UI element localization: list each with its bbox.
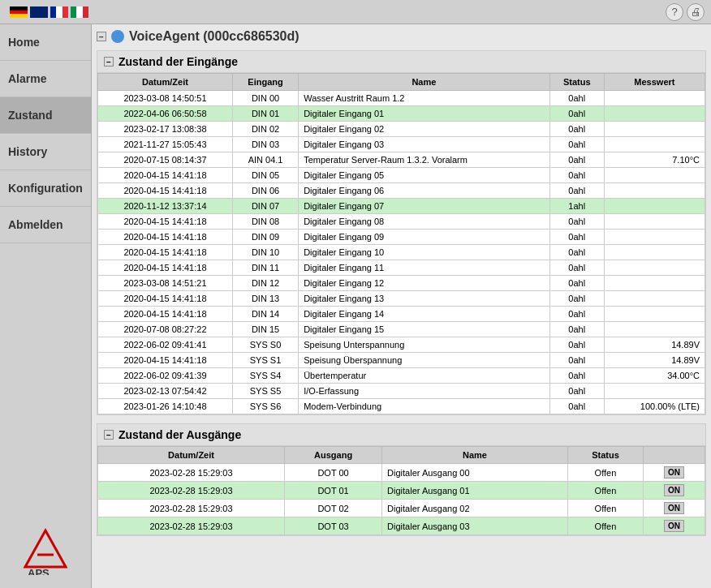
cell-status-aus: Offen bbox=[567, 517, 643, 535]
cell-messwert bbox=[604, 168, 705, 183]
cell-name-aus: Digitaler Ausgang 02 bbox=[382, 500, 568, 517]
table-row: 2022-04-06 06:50:58 DIN 01 Digitaler Ein… bbox=[98, 106, 705, 122]
cell-messwert bbox=[604, 199, 705, 214]
col-messwert: Messwert bbox=[604, 74, 705, 91]
col-name-aus: Name bbox=[382, 447, 568, 464]
flag-fr[interactable] bbox=[50, 6, 68, 18]
col-datetime: Datum/Zeit bbox=[98, 74, 233, 91]
cell-eingang: DIN 09 bbox=[232, 230, 298, 245]
cell-datetime: 2023-02-17 13:08:38 bbox=[98, 122, 233, 137]
ausgaenge-section: − Zustand der Ausgänge Datum/Zeit Ausgan… bbox=[97, 423, 706, 536]
cell-on-btn-cell: ON bbox=[644, 517, 705, 535]
on-button[interactable]: ON bbox=[664, 520, 684, 532]
print-button[interactable]: 🖨 bbox=[687, 3, 705, 21]
agent-collapse-button[interactable]: − bbox=[97, 32, 106, 41]
cell-status: 0ahl bbox=[549, 168, 604, 183]
flag-gb[interactable] bbox=[30, 6, 48, 18]
table-row: 2020-04-15 14:41:18 DIN 06 Digitaler Ein… bbox=[98, 183, 705, 199]
col-status: Status bbox=[549, 74, 604, 91]
cell-ausgang: DOT 00 bbox=[285, 464, 382, 482]
flag-it[interactable] bbox=[71, 6, 88, 18]
cell-eingang: AIN 04.1 bbox=[232, 152, 298, 168]
sidebar-item-home[interactable]: Home bbox=[0, 24, 91, 61]
table-row: 2023-02-28 15:29:03 DOT 00 Digitaler Aus… bbox=[98, 464, 705, 482]
cell-status: 0ahl bbox=[549, 122, 604, 137]
logo-area: APS bbox=[0, 513, 91, 588]
cell-name: Digitaler Eingang 11 bbox=[299, 260, 549, 276]
cell-status: 1ahl bbox=[549, 199, 604, 214]
cell-datetime-aus: 2023-02-28 15:29:03 bbox=[98, 517, 285, 535]
on-button[interactable]: ON bbox=[664, 466, 684, 479]
cell-datetime: 2020-04-15 14:41:18 bbox=[98, 183, 233, 199]
eingaenge-collapse-button[interactable]: − bbox=[104, 57, 114, 67]
cell-datetime: 2023-03-08 14:50:51 bbox=[98, 91, 233, 106]
cell-messwert bbox=[604, 183, 705, 199]
eingaenge-header: − Zustand der Eingänge bbox=[97, 51, 705, 73]
cell-status: 0ahl bbox=[549, 399, 604, 414]
cell-status: 0ahl bbox=[549, 384, 604, 399]
cell-on-btn-cell: ON bbox=[644, 500, 705, 517]
cell-messwert bbox=[604, 245, 705, 260]
table-row: 2023-02-28 15:29:03 DOT 01 Digitaler Aus… bbox=[98, 482, 705, 500]
table-row: 2023-02-17 13:08:38 DIN 02 Digitaler Ein… bbox=[98, 122, 705, 137]
cell-name: Digitaler Eingang 05 bbox=[299, 168, 549, 183]
cell-messwert bbox=[604, 276, 705, 291]
flag-de[interactable] bbox=[10, 6, 28, 18]
cell-messwert: 34.00°C bbox=[604, 368, 705, 384]
table-row: 2023-02-28 15:29:03 DOT 02 Digitaler Aus… bbox=[98, 500, 705, 517]
cell-status: 0ahl bbox=[549, 137, 604, 152]
cell-status-aus: Offen bbox=[567, 500, 643, 517]
cell-status: 0ahl bbox=[549, 91, 604, 106]
help-button[interactable]: ? bbox=[666, 3, 683, 21]
on-button[interactable]: ON bbox=[664, 484, 684, 496]
cell-messwert: 7.10°C bbox=[604, 152, 705, 168]
sidebar-item-alarme[interactable]: Alarme bbox=[0, 61, 91, 97]
col-ausgang: Ausgang bbox=[285, 447, 382, 464]
table-row: 2020-04-15 14:41:18 SYS S1 Speisung Über… bbox=[98, 353, 705, 368]
cell-status: 0ahl bbox=[549, 214, 604, 230]
cell-datetime: 2022-06-02 09:41:41 bbox=[98, 337, 233, 353]
cell-status: 0ahl bbox=[549, 307, 604, 322]
cell-eingang: DIN 15 bbox=[232, 322, 298, 337]
cell-datetime: 2022-04-06 06:50:58 bbox=[98, 106, 233, 122]
ausgaenge-collapse-button[interactable]: − bbox=[104, 430, 114, 440]
cell-status: 0ahl bbox=[549, 260, 604, 276]
cell-status: 0ahl bbox=[549, 337, 604, 353]
cell-ausgang: DOT 01 bbox=[285, 482, 382, 500]
cell-messwert bbox=[604, 91, 705, 106]
col-action bbox=[644, 447, 705, 464]
cell-eingang: DIN 14 bbox=[232, 307, 298, 322]
cell-name: Digitaler Eingang 08 bbox=[299, 214, 549, 230]
sidebar-item-zustand[interactable]: Zustand bbox=[0, 97, 91, 134]
cell-eingang: DIN 01 bbox=[232, 106, 298, 122]
table-row: 2020-07-08 08:27:22 DIN 15 Digitaler Ein… bbox=[98, 322, 705, 337]
cell-status: 0ahl bbox=[549, 368, 604, 384]
on-button[interactable]: ON bbox=[664, 502, 684, 514]
cell-datetime: 2020-04-15 14:41:18 bbox=[98, 168, 233, 183]
cell-eingang: DIN 10 bbox=[232, 245, 298, 260]
cell-datetime: 2020-04-15 14:41:18 bbox=[98, 230, 233, 245]
cell-name: Digitaler Eingang 12 bbox=[299, 276, 549, 291]
cell-name: Digitaler Eingang 10 bbox=[299, 245, 549, 260]
cell-datetime: 2023-01-26 14:10:48 bbox=[98, 399, 233, 414]
agent-title: VoiceAgent (000cc686530d) bbox=[129, 29, 299, 44]
cell-name: Speisung Überspannung bbox=[299, 353, 549, 368]
cell-datetime: 2021-11-27 15:05:43 bbox=[98, 137, 233, 152]
cell-eingang: DIN 06 bbox=[232, 183, 298, 199]
cell-datetime: 2020-04-15 14:41:18 bbox=[98, 260, 233, 276]
main-content: − VoiceAgent (000cc686530d) − Zustand de… bbox=[92, 24, 711, 588]
cell-datetime: 2023-03-08 14:51:21 bbox=[98, 276, 233, 291]
cell-messwert bbox=[604, 322, 705, 337]
eingaenge-table: Datum/Zeit Eingang Name Status Messwert … bbox=[97, 73, 705, 414]
cell-name: Digitaler Eingang 07 bbox=[299, 199, 549, 214]
cell-status-aus: Offen bbox=[567, 464, 643, 482]
cell-name: Digitaler Eingang 01 bbox=[299, 106, 549, 122]
sidebar-item-konfiguration[interactable]: Konfiguration bbox=[0, 170, 91, 207]
top-bar: ? 🖨 bbox=[0, 0, 711, 24]
sidebar-item-abmelden[interactable]: Abmelden bbox=[0, 207, 91, 243]
cell-datetime: 2022-06-02 09:41:39 bbox=[98, 368, 233, 384]
table-row: 2021-11-27 15:05:43 DIN 03 Digitaler Ein… bbox=[98, 137, 705, 152]
sidebar-item-history[interactable]: History bbox=[0, 134, 91, 170]
table-row: 2023-03-08 14:50:51 DIN 00 Wasser Austri… bbox=[98, 91, 705, 106]
cell-name: Temperatur Server-Raum 1.3.2. Voralarm bbox=[299, 152, 549, 168]
